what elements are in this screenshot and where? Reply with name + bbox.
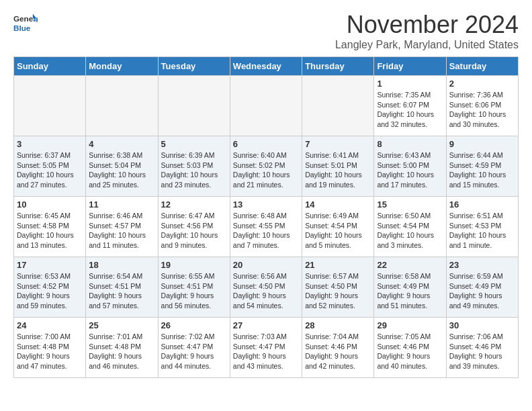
day-number: 12 [161, 199, 227, 210]
day-number: 20 [233, 260, 299, 270]
day-info: Sunrise: 6:44 AM Sunset: 4:59 PM Dayligh… [449, 150, 515, 190]
day-info: Sunrise: 6:50 AM Sunset: 4:54 PM Dayligh… [377, 211, 443, 250]
col-header-thursday: Thursday [302, 57, 374, 76]
day-number: 30 [449, 320, 515, 330]
day-info: Sunrise: 7:06 AM Sunset: 4:46 PM Dayligh… [449, 332, 515, 371]
day-cell: 12Sunrise: 6:47 AM Sunset: 4:56 PM Dayli… [158, 197, 230, 257]
day-cell: 22Sunrise: 6:58 AM Sunset: 4:49 PM Dayli… [374, 257, 446, 318]
day-number: 17 [17, 260, 83, 270]
day-number: 22 [377, 260, 443, 270]
day-number: 14 [305, 199, 371, 210]
day-cell: 8Sunrise: 6:43 AM Sunset: 5:00 PM Daylig… [374, 136, 446, 197]
week-row-3: 10Sunrise: 6:45 AM Sunset: 4:58 PM Dayli… [14, 197, 519, 257]
day-cell: 3Sunrise: 6:37 AM Sunset: 5:05 PM Daylig… [14, 136, 86, 197]
col-header-saturday: Saturday [446, 57, 518, 76]
day-cell: 19Sunrise: 6:55 AM Sunset: 4:51 PM Dayli… [158, 257, 230, 318]
header-row: SundayMondayTuesdayWednesdayThursdayFrid… [14, 57, 519, 76]
day-info: Sunrise: 6:47 AM Sunset: 4:56 PM Dayligh… [161, 211, 227, 250]
day-number: 10 [17, 199, 83, 210]
day-cell: 23Sunrise: 6:59 AM Sunset: 4:49 PM Dayli… [446, 257, 518, 318]
day-cell: 30Sunrise: 7:06 AM Sunset: 4:46 PM Dayli… [446, 318, 518, 378]
day-cell: 20Sunrise: 6:56 AM Sunset: 4:50 PM Dayli… [230, 257, 302, 318]
day-number: 26 [161, 320, 227, 330]
header: General Blue November 2024 Langley Park,… [13, 11, 519, 51]
day-cell: 1Sunrise: 7:35 AM Sunset: 6:07 PM Daylig… [374, 76, 446, 136]
week-row-4: 17Sunrise: 6:53 AM Sunset: 4:52 PM Dayli… [14, 257, 519, 318]
day-cell [158, 76, 230, 136]
day-number: 27 [233, 320, 299, 330]
day-cell: 27Sunrise: 7:03 AM Sunset: 4:47 PM Dayli… [230, 318, 302, 378]
day-info: Sunrise: 7:02 AM Sunset: 4:47 PM Dayligh… [161, 332, 227, 371]
day-number: 7 [305, 139, 371, 149]
day-number: 24 [17, 320, 83, 330]
day-number: 2 [449, 79, 515, 89]
col-header-sunday: Sunday [14, 57, 86, 76]
title-section: November 2024 Langley Park, Maryland, Un… [335, 11, 519, 51]
day-cell: 24Sunrise: 7:00 AM Sunset: 4:48 PM Dayli… [14, 318, 86, 378]
day-number: 16 [449, 199, 515, 210]
day-info: Sunrise: 7:00 AM Sunset: 4:48 PM Dayligh… [17, 332, 83, 371]
day-info: Sunrise: 6:51 AM Sunset: 4:53 PM Dayligh… [449, 211, 515, 250]
week-row-2: 3Sunrise: 6:37 AM Sunset: 5:05 PM Daylig… [14, 136, 519, 197]
day-info: Sunrise: 7:03 AM Sunset: 4:47 PM Dayligh… [233, 332, 299, 371]
day-info: Sunrise: 6:46 AM Sunset: 4:57 PM Dayligh… [89, 211, 154, 250]
day-info: Sunrise: 6:40 AM Sunset: 5:02 PM Dayligh… [233, 150, 299, 190]
day-number: 19 [161, 260, 227, 270]
day-number: 3 [17, 139, 83, 149]
day-cell: 5Sunrise: 6:39 AM Sunset: 5:03 PM Daylig… [158, 136, 230, 197]
day-number: 13 [233, 199, 299, 210]
day-info: Sunrise: 6:56 AM Sunset: 4:50 PM Dayligh… [233, 271, 299, 311]
day-number: 23 [449, 260, 515, 270]
day-info: Sunrise: 6:38 AM Sunset: 5:04 PM Dayligh… [89, 150, 154, 190]
day-cell [14, 76, 86, 136]
day-cell: 21Sunrise: 6:57 AM Sunset: 4:50 PM Dayli… [302, 257, 374, 318]
logo: General Blue [13, 11, 40, 35]
month-title: November 2024 [335, 11, 519, 39]
day-cell: 6Sunrise: 6:40 AM Sunset: 5:02 PM Daylig… [230, 136, 302, 197]
day-info: Sunrise: 6:54 AM Sunset: 4:51 PM Dayligh… [89, 271, 154, 311]
day-number: 25 [89, 320, 154, 330]
col-header-wednesday: Wednesday [230, 57, 302, 76]
day-number: 9 [449, 139, 515, 149]
day-number: 11 [89, 199, 154, 210]
logo-icon: General Blue [13, 11, 38, 35]
day-number: 1 [377, 79, 443, 89]
day-info: Sunrise: 6:39 AM Sunset: 5:03 PM Dayligh… [161, 150, 227, 190]
calendar-table: SundayMondayTuesdayWednesdayThursdayFrid… [13, 56, 519, 378]
day-info: Sunrise: 6:58 AM Sunset: 4:49 PM Dayligh… [377, 271, 443, 311]
day-info: Sunrise: 6:59 AM Sunset: 4:49 PM Dayligh… [449, 271, 515, 311]
day-cell: 4Sunrise: 6:38 AM Sunset: 5:04 PM Daylig… [86, 136, 158, 197]
day-info: Sunrise: 6:57 AM Sunset: 4:50 PM Dayligh… [305, 271, 371, 311]
day-number: 6 [233, 139, 299, 149]
location: Langley Park, Maryland, United States [335, 39, 519, 51]
day-cell: 25Sunrise: 7:01 AM Sunset: 4:48 PM Dayli… [86, 318, 158, 378]
day-info: Sunrise: 7:04 AM Sunset: 4:46 PM Dayligh… [305, 332, 371, 371]
day-cell: 11Sunrise: 6:46 AM Sunset: 4:57 PM Dayli… [86, 197, 158, 257]
day-cell: 29Sunrise: 7:05 AM Sunset: 4:46 PM Dayli… [374, 318, 446, 378]
day-cell: 17Sunrise: 6:53 AM Sunset: 4:52 PM Dayli… [14, 257, 86, 318]
col-header-monday: Monday [86, 57, 158, 76]
day-cell: 28Sunrise: 7:04 AM Sunset: 4:46 PM Dayli… [302, 318, 374, 378]
day-info: Sunrise: 7:01 AM Sunset: 4:48 PM Dayligh… [89, 332, 154, 371]
day-number: 29 [377, 320, 443, 330]
day-info: Sunrise: 7:05 AM Sunset: 4:46 PM Dayligh… [377, 332, 443, 371]
day-cell: 9Sunrise: 6:44 AM Sunset: 4:59 PM Daylig… [446, 136, 518, 197]
day-cell [86, 76, 158, 136]
day-cell: 15Sunrise: 6:50 AM Sunset: 4:54 PM Dayli… [374, 197, 446, 257]
week-row-1: 1Sunrise: 7:35 AM Sunset: 6:07 PM Daylig… [14, 76, 519, 136]
day-number: 21 [305, 260, 371, 270]
day-info: Sunrise: 6:37 AM Sunset: 5:05 PM Dayligh… [17, 150, 83, 190]
day-info: Sunrise: 6:43 AM Sunset: 5:00 PM Dayligh… [377, 150, 443, 190]
day-info: Sunrise: 6:55 AM Sunset: 4:51 PM Dayligh… [161, 271, 227, 311]
svg-text:Blue: Blue [13, 24, 31, 32]
day-number: 4 [89, 139, 154, 149]
day-cell: 18Sunrise: 6:54 AM Sunset: 4:51 PM Dayli… [86, 257, 158, 318]
day-info: Sunrise: 6:41 AM Sunset: 5:01 PM Dayligh… [305, 150, 371, 190]
day-cell: 16Sunrise: 6:51 AM Sunset: 4:53 PM Dayli… [446, 197, 518, 257]
day-number: 15 [377, 199, 443, 210]
day-cell: 2Sunrise: 7:36 AM Sunset: 6:06 PM Daylig… [446, 76, 518, 136]
day-info: Sunrise: 6:53 AM Sunset: 4:52 PM Dayligh… [17, 271, 83, 311]
col-header-friday: Friday [374, 57, 446, 76]
day-number: 8 [377, 139, 443, 149]
day-cell [230, 76, 302, 136]
